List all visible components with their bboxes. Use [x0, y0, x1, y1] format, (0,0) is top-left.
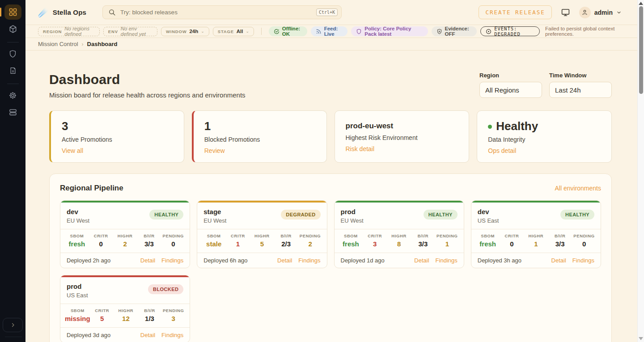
context-bar: REGION No regions defined ENV No env def… [25, 25, 637, 38]
chip-value: No env defined yet [121, 26, 153, 37]
findings-link[interactable]: Findings [161, 332, 183, 338]
vertical-scrollbar[interactable] [637, 0, 644, 342]
sidebar-item-documents[interactable] [4, 63, 21, 78]
sidebar-item-settings[interactable] [4, 88, 21, 103]
risk-detail-link[interactable]: Risk detail [346, 145, 375, 152]
detail-link[interactable]: Detail [551, 257, 566, 264]
sidebar-item-dashboard[interactable] [4, 4, 21, 20]
deployed-timestamp: Deployed 6h ago [203, 257, 247, 264]
user-name: admin [594, 9, 613, 16]
detail-link[interactable]: Detail [140, 257, 155, 264]
time-window-filter-select[interactable]: Last 24h [549, 82, 612, 98]
env-region: EU West [203, 217, 226, 224]
sidebar-item-security[interactable] [4, 46, 21, 61]
stat-pending: PENDING3 [161, 308, 185, 322]
events-status-pill[interactable]: EVENTS: DEGRADED [480, 26, 540, 36]
status-dot-icon [488, 125, 492, 129]
ops-detail-link[interactable]: Ops detail [488, 147, 516, 154]
region-filter-label: Region [479, 72, 542, 79]
breadcrumb: Mission Control › Dashboard [25, 38, 637, 51]
env-name: dev [67, 208, 89, 215]
page-title: Dashboard [49, 72, 246, 87]
deployed-timestamp: Deployed 3h ago [478, 257, 521, 264]
search-bar[interactable]: Ctrl+K [102, 5, 342, 19]
pill-label: Feed: Live [324, 26, 343, 37]
sidebar-expand-button[interactable] [3, 318, 23, 332]
card-label: Data Integrity [488, 136, 601, 143]
user-menu[interactable]: admin [579, 7, 622, 18]
region-filter-select[interactable]: All Regions [479, 82, 542, 98]
stat-highr: HIGHR5 [250, 233, 274, 248]
stat-pending: PENDING0 [161, 233, 185, 248]
divider [261, 28, 262, 35]
grid-icon [8, 8, 17, 17]
stat-pending: PENDING0 [572, 233, 596, 248]
sidebar-item-infrastructure[interactable] [4, 105, 21, 120]
chevron-down-icon: ⌄ [201, 29, 204, 34]
search-input[interactable] [120, 9, 312, 16]
stat-sbom: SBOMfresh [339, 233, 363, 248]
chip-value: No regions defined [64, 26, 95, 37]
highest-risk-env: prod-eu-west [346, 119, 458, 131]
sidebar-divider [7, 42, 19, 42]
region-context-chip[interactable]: REGION No regions defined [38, 27, 100, 36]
stage-context-chip[interactable]: STAGE All ⌄ [213, 27, 254, 36]
stat-bir: B/I/R1/3 [138, 308, 161, 322]
pipeline-card-prod-eu-west: prod EU West HEALTHY SBOMfresh CRITR3 HI… [334, 200, 464, 268]
deployed-timestamp: Deployed 2h ago [67, 257, 110, 264]
display-mode-button[interactable] [561, 8, 570, 17]
stat-critr: CRITR0 [89, 233, 113, 248]
all-environments-link[interactable]: All environments [555, 185, 602, 192]
content: Dashboard Mission board for release heal… [25, 51, 637, 342]
scrollbar-up-arrow[interactable] [639, 2, 643, 5]
pipeline-grid: dev EU West HEALTHY SBOMfresh CRITR0 HIG… [60, 200, 601, 342]
env-region: EU West [341, 217, 364, 224]
chip-label: WINDOW [166, 29, 186, 34]
time-window-filter-label: Time Window [549, 72, 612, 79]
context-error-message: Failed to persist global context prefere… [545, 26, 625, 37]
env-region: EU West [67, 217, 89, 224]
stat-highr: HIGHR2 [113, 233, 137, 248]
env-context-chip[interactable]: ENV No env defined yet [103, 27, 157, 36]
user-icon [581, 9, 588, 16]
blocked-promotions-card: 1 Blocked Promotions Review [192, 110, 327, 163]
chevron-right-icon: › [82, 41, 84, 47]
findings-link[interactable]: Findings [161, 257, 183, 264]
pill-label: Offline: OK [282, 26, 302, 37]
review-link[interactable]: Review [204, 147, 225, 154]
view-all-link[interactable]: View all [62, 147, 83, 154]
avatar [579, 7, 591, 18]
package-icon [8, 25, 17, 34]
findings-link[interactable]: Findings [436, 257, 458, 264]
top-bar: ☄️ Stella Ops Ctrl+K CREATE RELEASE [25, 0, 637, 25]
status-text: Healthy [496, 119, 538, 133]
breadcrumb-parent[interactable]: Mission Control [38, 41, 78, 47]
stat-bir: B/I/R3/3 [411, 233, 435, 248]
detail-link[interactable]: Detail [277, 257, 292, 264]
region-filter: Region All Regions [479, 72, 542, 98]
comet-logo-icon: ☄️ [38, 7, 49, 17]
stat-pending: PENDING1 [435, 233, 459, 248]
scrollbar-thumb[interactable] [639, 6, 643, 94]
time-window-filter: Time Window Last 24h [549, 72, 612, 98]
sidebar-item-releases[interactable] [4, 21, 21, 37]
status-badge: HEALTHY [149, 210, 183, 220]
chevron-right-icon [10, 322, 16, 328]
env-region: US East [478, 217, 499, 224]
create-release-button[interactable]: CREATE RELEASE [479, 5, 551, 19]
scrollbar-down-arrow[interactable] [639, 337, 643, 340]
search-icon [108, 8, 116, 16]
chevron-down-icon: ⌄ [246, 29, 250, 34]
feed-status-pill: Feed: Live [311, 26, 348, 36]
offline-status-pill: Offline: OK [269, 26, 307, 36]
window-context-chip[interactable]: WINDOW 24h ⌄ [161, 27, 209, 36]
findings-link[interactable]: Findings [298, 257, 320, 264]
env-name: stage [203, 208, 226, 215]
detail-link[interactable]: Detail [140, 332, 155, 338]
data-integrity-card: Healthy Data Integrity Ops detail [477, 110, 612, 163]
stat-sbom: SBOMfresh [65, 233, 89, 248]
findings-link[interactable]: Findings [572, 257, 594, 264]
detail-link[interactable]: Detail [414, 257, 429, 264]
pill-label: Policy: Core Policy Pack latest [364, 26, 423, 37]
env-name: dev [478, 208, 499, 215]
